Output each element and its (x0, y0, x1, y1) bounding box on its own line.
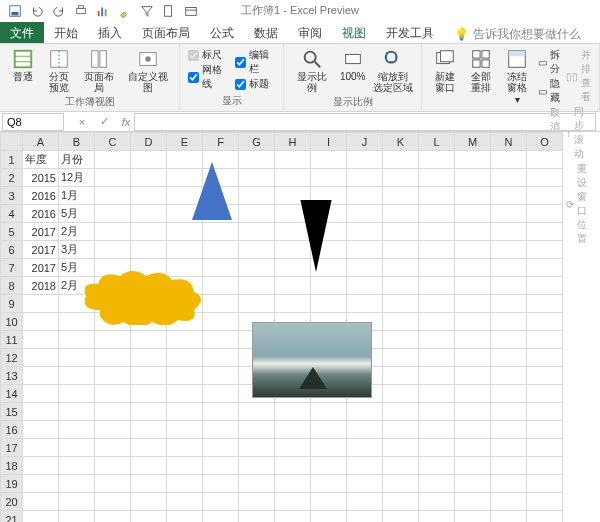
cell[interactable] (59, 421, 95, 439)
split-button[interactable]: ▭拆分 (538, 48, 560, 76)
trapezoid-shape[interactable] (300, 200, 331, 272)
table-row[interactable]: 620173月 (1, 241, 563, 259)
cell[interactable] (419, 457, 455, 475)
zoom-to-selection-button[interactable]: 缩放到 选定区域 (372, 46, 415, 95)
col-header[interactable]: G (239, 133, 275, 151)
cell[interactable] (59, 403, 95, 421)
cell[interactable] (491, 367, 527, 385)
picture-object[interactable] (252, 322, 372, 398)
cell[interactable] (59, 439, 95, 457)
cell[interactable] (527, 259, 563, 277)
cell[interactable] (167, 367, 203, 385)
col-header[interactable]: I (311, 133, 347, 151)
cell[interactable] (167, 421, 203, 439)
cell[interactable] (275, 403, 311, 421)
cell[interactable] (383, 151, 419, 169)
cell[interactable] (455, 457, 491, 475)
row-header[interactable]: 8 (1, 277, 23, 295)
cell[interactable] (203, 349, 239, 367)
cell[interactable] (419, 223, 455, 241)
table-row[interactable]: 16 (1, 421, 563, 439)
row-header[interactable]: 15 (1, 403, 23, 421)
cell[interactable] (347, 259, 383, 277)
row-header[interactable]: 19 (1, 475, 23, 493)
cell[interactable] (59, 475, 95, 493)
cell[interactable]: 12月 (59, 169, 95, 187)
cell[interactable] (203, 403, 239, 421)
cell[interactable] (383, 367, 419, 385)
cell[interactable] (131, 421, 167, 439)
cell[interactable] (239, 241, 275, 259)
cell[interactable] (167, 475, 203, 493)
cell[interactable] (419, 151, 455, 169)
table-row[interactable]: 15 (1, 403, 563, 421)
cell[interactable] (239, 295, 275, 313)
cell[interactable] (455, 277, 491, 295)
cell[interactable] (23, 511, 59, 523)
cell[interactable]: 2015 (23, 169, 59, 187)
cell[interactable] (239, 457, 275, 475)
cell[interactable] (383, 349, 419, 367)
table-row[interactable]: 21 (1, 511, 563, 523)
cell[interactable] (131, 511, 167, 523)
cell[interactable] (131, 205, 167, 223)
zoom-button[interactable]: 显示比例 (290, 46, 333, 95)
cell[interactable] (491, 313, 527, 331)
cell[interactable] (491, 205, 527, 223)
cell[interactable] (23, 313, 59, 331)
formula-bar[interactable] (134, 113, 596, 131)
cell[interactable] (419, 403, 455, 421)
row-header[interactable]: 20 (1, 493, 23, 511)
cell[interactable] (455, 223, 491, 241)
cell[interactable] (455, 349, 491, 367)
cell[interactable] (455, 403, 491, 421)
cell[interactable] (203, 259, 239, 277)
cell[interactable] (311, 277, 347, 295)
column-header-row[interactable]: A B C D E F G H I J K L M N O (1, 133, 563, 151)
cell[interactable] (203, 295, 239, 313)
cell[interactable] (347, 439, 383, 457)
cell[interactable] (383, 295, 419, 313)
cell[interactable] (455, 295, 491, 313)
cell[interactable] (23, 457, 59, 475)
cell[interactable] (383, 475, 419, 493)
cell[interactable] (491, 385, 527, 403)
row-header[interactable]: 10 (1, 313, 23, 331)
cell[interactable] (527, 493, 563, 511)
cell[interactable] (347, 169, 383, 187)
tab-developer[interactable]: 开发工具 (376, 22, 444, 43)
row-header[interactable]: 2 (1, 169, 23, 187)
table-row[interactable]: 1年度月份 (1, 151, 563, 169)
cell[interactable] (527, 403, 563, 421)
cell[interactable] (167, 331, 203, 349)
cell[interactable]: 2018 (23, 277, 59, 295)
cell[interactable] (491, 169, 527, 187)
col-header[interactable]: N (491, 133, 527, 151)
cell[interactable] (275, 295, 311, 313)
cell[interactable] (419, 439, 455, 457)
tab-review[interactable]: 审阅 (288, 22, 332, 43)
freeze-panes-button[interactable]: 冻结窗格▾ (500, 46, 534, 107)
cell[interactable] (203, 421, 239, 439)
cell[interactable] (95, 439, 131, 457)
col-header[interactable]: A (23, 133, 59, 151)
cell[interactable] (419, 385, 455, 403)
cell[interactable] (167, 511, 203, 523)
cell[interactable] (347, 223, 383, 241)
cell[interactable] (455, 169, 491, 187)
cell[interactable] (347, 511, 383, 523)
cell[interactable] (347, 403, 383, 421)
cell[interactable] (491, 259, 527, 277)
row-header[interactable]: 13 (1, 367, 23, 385)
zoom-100-button[interactable]: 100% (336, 46, 370, 84)
cell[interactable] (311, 511, 347, 523)
cell[interactable] (455, 187, 491, 205)
cell[interactable] (383, 259, 419, 277)
cell[interactable] (167, 493, 203, 511)
cell[interactable] (311, 457, 347, 475)
hide-button[interactable]: ▭隐藏 (538, 77, 560, 105)
cell[interactable] (491, 295, 527, 313)
cell[interactable] (455, 151, 491, 169)
cell[interactable] (275, 511, 311, 523)
cell[interactable] (59, 511, 95, 523)
